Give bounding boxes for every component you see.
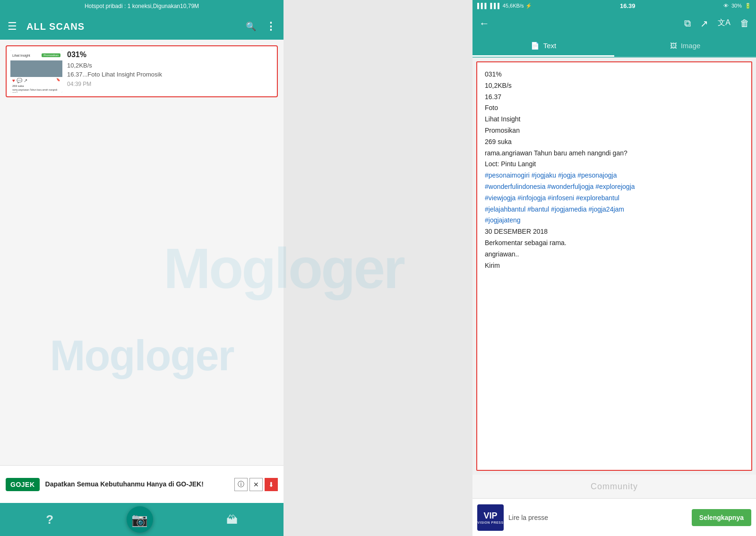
question-icon[interactable] bbox=[46, 512, 53, 527]
text-line-7: 269 suka bbox=[485, 136, 744, 148]
status-left-section: ▌▌▌ ▌▌▌ 45,6KB/s ⚡ bbox=[477, 3, 532, 9]
scan-list-item[interactable]: Lihat Insight Promosikan ♥ 💬 ↗ 🔖 269 suk… bbox=[6, 45, 278, 97]
app-title: ALL SCANS bbox=[26, 21, 236, 32]
text-line-4: Foto bbox=[485, 102, 744, 114]
text-line-2: 10,2KB/s bbox=[485, 80, 744, 92]
selengkapnya-button[interactable]: Selengkapnya bbox=[692, 509, 751, 526]
scan-info: 031% 10,2KB/s 16.37...Foto Lihat Insight… bbox=[67, 50, 273, 87]
text-line-11: #wonderfulindonesia #wonderfuljogja #exp… bbox=[485, 181, 744, 193]
scan-text-content: 031% 10,2KB/s 16.37 Foto Lihat Insight P… bbox=[485, 69, 744, 271]
eye-icon: 👁 bbox=[723, 3, 729, 9]
insta-post-image bbox=[10, 60, 62, 77]
more-icon[interactable] bbox=[266, 20, 276, 33]
insta-likes: 269 suka bbox=[10, 84, 62, 88]
text-line-17: angriawan.. bbox=[485, 249, 744, 260]
battery-icon: 🔋 bbox=[745, 3, 751, 9]
scan-thumbnail: Lihat Insight Promosikan ♥ 💬 ↗ 🔖 269 suk… bbox=[10, 50, 62, 93]
tab-text-doc-icon: 📄 bbox=[531, 42, 540, 50]
camera-icon[interactable]: 📷 bbox=[127, 506, 153, 533]
status-right-section: 👁 30% 🔋 bbox=[723, 3, 751, 9]
right-app-bar-icons: ⧉ ↗ 文A 🗑 bbox=[684, 18, 749, 29]
scan-subline1: 10,2KB/s bbox=[67, 62, 273, 69]
delete-icon[interactable]: 🗑 bbox=[740, 18, 749, 29]
text-line-6: Promosikan bbox=[485, 125, 744, 136]
ad-icons: ⓘ ✕ ⬇ bbox=[234, 478, 278, 491]
right-app-bar: ⧉ ↗ 文A 🗑 bbox=[472, 11, 756, 36]
text-line-12: #viewjogja #infojogja #infoseni #explore… bbox=[485, 193, 744, 204]
right-status-bar: ▌▌▌ ▌▌▌ 45,6KB/s ⚡ 16.39 👁 30% 🔋 bbox=[472, 0, 756, 11]
vip-label: VIP bbox=[483, 511, 497, 521]
back-icon[interactable] bbox=[479, 17, 490, 30]
bookmark-icon: 🔖 bbox=[56, 78, 60, 83]
ad-download-icon[interactable]: ⬇ bbox=[265, 478, 278, 491]
left-content-area: Lihat Insight Promosikan ♥ 💬 ↗ 🔖 269 suk… bbox=[0, 40, 284, 465]
text-line-5: Lihat Insight bbox=[485, 114, 744, 125]
tab-text[interactable]: 📄 Text bbox=[472, 36, 614, 57]
vip-sublabel: VISION PRESS bbox=[477, 521, 503, 524]
scan-headline: 031% bbox=[67, 50, 273, 60]
tab-text-label: Text bbox=[543, 42, 557, 50]
copy-icon[interactable]: ⧉ bbox=[684, 18, 691, 29]
text-line-18: Kirim bbox=[485, 260, 744, 272]
signal-icon: ▌▌▌ bbox=[477, 3, 488, 9]
tabs-bar: 📄 Text 🖼 Image bbox=[472, 36, 756, 58]
scan-subline2: 16.37...Foto Lihat Insight Promosik bbox=[67, 71, 273, 78]
speed-text: ▌▌▌ 45,6KB/s ⚡ bbox=[490, 3, 532, 9]
tab-image[interactable]: 🖼 Image bbox=[614, 36, 756, 57]
ad-text: Dapatkan Semua Kebutuhanmu Hanya di GO-J… bbox=[45, 480, 229, 489]
insta-actions-bar: ♥ 💬 ↗ 🔖 bbox=[10, 77, 62, 84]
text-line-10: #pesonaimogiri #jogjaku #jogja #pesonajo… bbox=[485, 170, 744, 181]
watermark-left: Mogloger bbox=[50, 332, 234, 380]
text-line-3: 16.37 bbox=[485, 92, 744, 103]
heart-icon: ♥ bbox=[12, 78, 15, 83]
search-icon[interactable] bbox=[246, 21, 256, 32]
text-line-8: rama.angriawan Tahun baru ameh nangndi g… bbox=[485, 148, 744, 159]
share-icon[interactable]: ↗ bbox=[700, 18, 708, 29]
text-line-13: #jelajahbantul #bantul #jogjamedia #jogj… bbox=[485, 204, 744, 215]
text-line-9: Loct: Pintu Langit bbox=[485, 159, 744, 170]
vip-logo: VIP VISION PRESS bbox=[477, 504, 504, 531]
battery-text: 30% bbox=[731, 3, 742, 9]
scan-text-panel: 031% 10,2KB/s 16.37 Foto Lihat Insight P… bbox=[476, 61, 752, 471]
image-gallery-icon[interactable] bbox=[226, 512, 238, 527]
instagram-thumbnail: Lihat Insight Promosikan ♥ 💬 ↗ 🔖 269 suk… bbox=[10, 50, 62, 93]
lihat-insight-label: Lihat Insight bbox=[12, 54, 40, 57]
bottom-ad[interactable]: GOJEK Dapatkan Semua Kebutuhanmu Hanya d… bbox=[0, 465, 284, 503]
bottom-ad-right[interactable]: VIP VISION PRESS Lire la presse Selengka… bbox=[472, 498, 756, 536]
left-phone: Hotspot pribadi : 1 koneksi,Digunakan10,… bbox=[0, 0, 284, 536]
time-display: 16.39 bbox=[620, 2, 636, 9]
lire-text: Lire la presse bbox=[508, 514, 687, 521]
community-text: Community bbox=[591, 482, 638, 492]
text-line-14: #jogjajateng bbox=[485, 215, 744, 226]
menu-icon[interactable] bbox=[8, 20, 17, 33]
left-status-text: Hotspot pribadi : 1 koneksi,Digunakan10,… bbox=[85, 3, 199, 9]
share-small-icon: ↗ bbox=[24, 78, 27, 83]
tab-image-icon: 🖼 bbox=[670, 42, 677, 50]
text-line-16: Berkomentar sebagai rama. bbox=[485, 238, 744, 249]
translate-icon[interactable]: 文A bbox=[718, 18, 730, 29]
bottom-nav: 📷 bbox=[0, 503, 284, 536]
text-line-15: 30 DESEMBER 2018 bbox=[485, 226, 744, 238]
gojek-logo: GOJEK bbox=[6, 478, 40, 491]
tab-image-label: Image bbox=[681, 42, 701, 50]
community-area: Community bbox=[472, 475, 756, 498]
promosikan-btn[interactable]: Promosikan bbox=[42, 53, 60, 57]
ad-info-icon[interactable]: ⓘ bbox=[234, 478, 248, 491]
right-phone: ▌▌▌ ▌▌▌ 45,6KB/s ⚡ 16.39 👁 30% 🔋 ⧉ ↗ 文A … bbox=[472, 0, 756, 536]
comment-icon: 💬 bbox=[17, 78, 22, 83]
left-status-bar: Hotspot pribadi : 1 koneksi,Digunakan10,… bbox=[0, 0, 284, 13]
text-line-1: 031% bbox=[485, 69, 744, 80]
insta-caption: rama.angriawan Tahun baru ameh nangndi g… bbox=[10, 88, 62, 93]
scan-time: 04:39 PM bbox=[67, 81, 273, 87]
left-app-bar: ALL SCANS bbox=[0, 13, 284, 40]
ad-close-icon[interactable]: ✕ bbox=[249, 478, 263, 491]
